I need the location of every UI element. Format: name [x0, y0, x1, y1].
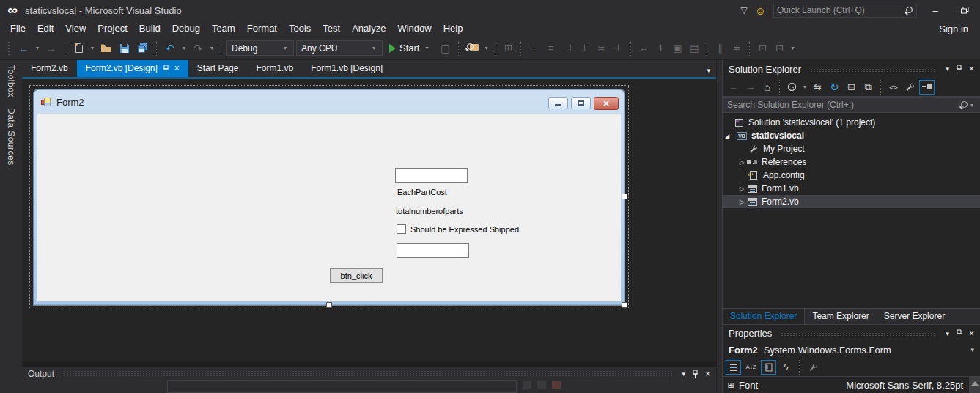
align-bottoms-icon[interactable]: ⊥ [611, 43, 625, 54]
vertical-spacing-icon[interactable]: ≑ [729, 43, 744, 54]
checkbox-express-shipped[interactable]: Should be Expressed Shipped [397, 224, 519, 234]
menu-debug[interactable]: Debug [166, 21, 206, 37]
redo-dropdown[interactable]: ▾ [208, 45, 215, 51]
output-tool-icon[interactable] [523, 381, 531, 389]
snap-to-grid-icon[interactable]: ⊞ [501, 43, 515, 54]
form-minimize-button[interactable] [548, 97, 568, 109]
output-tool-icon[interactable] [537, 381, 546, 389]
new-file-icon[interactable] [70, 40, 86, 56]
tab-list-dropdown[interactable]: ▾ [707, 67, 710, 74]
find-in-files-icon[interactable] [464, 40, 480, 56]
tab-team-explorer[interactable]: Team Explorer [805, 309, 876, 324]
bring-to-front-icon[interactable]: ⊡ [755, 43, 770, 54]
tree-item-solution[interactable]: Solution 'staticvslocal' (1 project) [723, 116, 980, 129]
designed-form-client-area[interactable]: EachPartCost totalnumberofparts Should b… [37, 114, 621, 301]
pin-icon[interactable] [956, 329, 962, 338]
menu-build[interactable]: Build [133, 21, 166, 37]
tab-form2-vb-design[interactable]: Form2.vb [Design] × [77, 60, 188, 77]
find-dropdown[interactable]: ▾ [482, 45, 490, 51]
pin-icon[interactable] [956, 65, 962, 73]
menu-team[interactable]: Team [206, 21, 241, 37]
start-dropdown[interactable]: ▾ [423, 45, 430, 51]
tree-item-form2-vb[interactable]: ▷ Form2.vb [723, 195, 980, 208]
checkbox-box[interactable] [397, 224, 406, 234]
events-lightning-icon[interactable]: ϟ [778, 360, 794, 375]
property-pages-wrench-icon[interactable] [805, 360, 820, 375]
collapsed-arrow-icon[interactable]: ▷ [737, 159, 746, 166]
label-totalnumberofparts[interactable]: totalnumberofparts [396, 207, 463, 216]
pin-icon[interactable] [163, 65, 169, 73]
expanded-arrow-icon[interactable]: ◢ [723, 133, 732, 139]
window-position-dropdown[interactable]: ▾ [682, 370, 685, 378]
solution-explorer-search[interactable]: ▾ [723, 97, 980, 113]
sidebar-tab-toolbox[interactable]: Toolbox [6, 65, 16, 98]
restore-button[interactable] [954, 5, 976, 16]
show-output-from-combo[interactable] [167, 380, 517, 393]
quick-launch-box[interactable] [773, 4, 917, 18]
undo-icon[interactable]: ↶ [162, 40, 178, 56]
categorized-icon[interactable] [726, 360, 741, 375]
quick-launch-input[interactable] [777, 5, 905, 15]
close-icon[interactable]: × [969, 328, 974, 339]
close-icon[interactable]: × [705, 369, 710, 379]
forward-icon[interactable]: → [743, 80, 758, 95]
sign-in-link[interactable]: Sign in [939, 23, 968, 34]
clear-output-icon[interactable] [552, 381, 561, 389]
label-eachpartcost[interactable]: EachPartCost [397, 188, 447, 196]
property-row-font[interactable]: ⊞ Font Microsoft Sans Serif, 8.25pt [723, 377, 980, 393]
form-designer-surface[interactable]: Form2 ✕ EachPartCost totalnumberofparts [22, 79, 716, 362]
align-tops-icon[interactable]: ⊤ [577, 43, 592, 54]
home-icon[interactable]: ⌂ [759, 80, 775, 95]
tab-start-page[interactable]: Start Page [188, 60, 248, 77]
save-icon[interactable] [117, 40, 133, 56]
alphabetical-sort-icon[interactable]: A↓Z [743, 360, 759, 375]
menu-analyze[interactable]: Analyze [346, 21, 391, 37]
menu-test[interactable]: Test [317, 21, 346, 37]
sync-with-active-document-icon[interactable]: ⇆ [810, 80, 825, 95]
navigate-forward-icon[interactable]: → [43, 40, 59, 56]
view-code-icon[interactable]: <> [885, 80, 901, 95]
search-options-dropdown[interactable]: ▾ [968, 102, 976, 109]
redo-icon[interactable]: ↷ [190, 40, 206, 56]
horizontal-spacing-icon[interactable]: ∥ [712, 43, 727, 54]
refresh-icon[interactable]: ↻ [827, 80, 842, 95]
size-to-grid-icon[interactable]: ▤ [687, 43, 701, 54]
save-all-icon[interactable] [135, 40, 151, 56]
menu-tools[interactable]: Tools [283, 21, 317, 37]
pin-icon[interactable] [692, 370, 699, 378]
menu-window[interactable]: Window [391, 21, 437, 37]
tree-item-my-project[interactable]: My Project [723, 142, 980, 155]
align-rights-icon[interactable]: ⊣ [560, 43, 575, 54]
tree-item-references[interactable]: ▷ References [723, 155, 980, 169]
menu-help[interactable]: Help [438, 21, 469, 37]
properties-header[interactable]: Properties ▾ × [723, 324, 980, 342]
tab-server-explorer[interactable]: Server Explorer [877, 309, 952, 324]
toolbar-overflow-dropdown[interactable]: ▾ [789, 45, 796, 51]
tab-form1-vb-design[interactable]: Form1.vb [Design] [302, 60, 391, 77]
menu-view[interactable]: View [59, 21, 92, 37]
menu-format[interactable]: Format [241, 21, 283, 37]
preview-selected-items-icon[interactable] [919, 80, 935, 95]
form-close-button[interactable]: ✕ [594, 97, 619, 110]
resize-handle-right[interactable] [622, 194, 627, 199]
align-middles-icon[interactable]: ≍ [594, 43, 608, 54]
same-height-icon[interactable]: Ⅰ [653, 43, 668, 54]
align-centers-icon[interactable]: ≡ [543, 43, 558, 54]
solution-explorer-header[interactable]: Solution Explorer ▾ × [723, 60, 980, 78]
tree-item-app-config[interactable]: App.config [723, 169, 980, 182]
panel-splitter[interactable] [716, 60, 722, 393]
send-to-back-icon[interactable]: ⊟ [772, 43, 786, 54]
tab-solution-explorer[interactable]: Solution Explorer [723, 309, 805, 324]
btn-click-button[interactable]: btn_click [330, 268, 383, 283]
minimize-button[interactable]: – [924, 5, 946, 16]
resize-handle-corner[interactable] [622, 302, 627, 308]
same-width-icon[interactable]: ↔ [636, 43, 651, 54]
resize-handle-bottom[interactable] [326, 302, 332, 308]
tree-item-form1-vb[interactable]: ▷ Form1.vb [723, 182, 980, 195]
open-file-icon[interactable] [98, 40, 114, 56]
properties-wrench-icon[interactable] [902, 80, 918, 95]
back-icon[interactable]: ← [726, 80, 741, 95]
menu-file[interactable]: File [4, 21, 32, 37]
designed-form[interactable]: Form2 ✕ EachPartCost totalnumberofparts [34, 89, 625, 305]
feedback-smiley-icon[interactable]: ☺ [755, 4, 766, 17]
